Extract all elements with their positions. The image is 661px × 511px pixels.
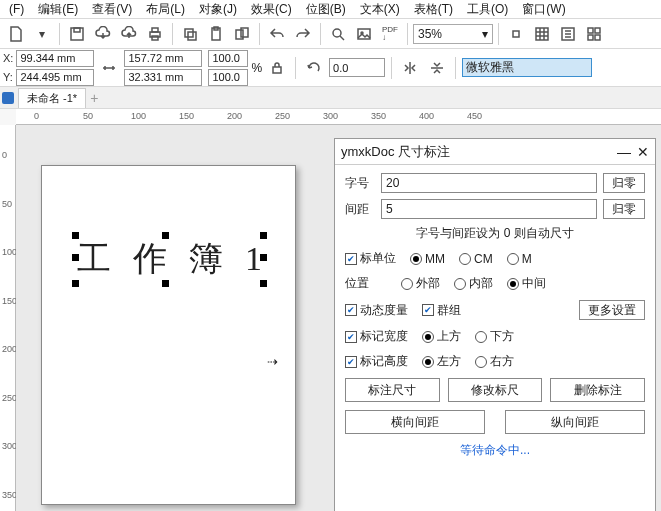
percent-label: % <box>251 61 262 75</box>
dropdown-icon[interactable]: ▾ <box>30 22 54 46</box>
height-input[interactable]: 32.331 mm <box>124 69 202 86</box>
svg-rect-14 <box>513 31 519 37</box>
menu-text[interactable]: 文本(X) <box>353 1 407 18</box>
scale-y-input[interactable]: 100.0 <box>208 69 248 86</box>
options-icon[interactable] <box>556 22 580 46</box>
lock-icon[interactable] <box>265 56 289 80</box>
app-icon[interactable] <box>582 22 606 46</box>
rotate-icon <box>302 56 326 80</box>
redo-icon[interactable] <box>291 22 315 46</box>
auto-hint: 字号与间距设为 0 则自动尺寸 <box>345 225 645 242</box>
width-top-radio[interactable]: 上方 <box>422 328 461 345</box>
fontsize-input[interactable]: 20 <box>381 173 597 193</box>
edit-ruler-button[interactable]: 修改标尺 <box>448 378 543 402</box>
x-label: X: <box>3 52 13 64</box>
doc-color-chip <box>2 92 14 104</box>
doc-tab[interactable]: 未命名 -1* <box>18 88 86 108</box>
menu-effect[interactable]: 效果(C) <box>244 1 299 18</box>
y-label: Y: <box>3 71 13 83</box>
page: 工作簿1 ⇢ <box>41 165 296 505</box>
height-left-radio[interactable]: 左方 <box>422 353 461 370</box>
size-icon <box>97 56 121 80</box>
svg-rect-6 <box>188 32 196 40</box>
fontsize-label: 字号 <box>345 175 375 192</box>
menu-view[interactable]: 查看(V) <box>85 1 139 18</box>
svg-rect-17 <box>595 28 600 33</box>
minimize-icon[interactable]: — <box>617 144 631 160</box>
grid-icon[interactable] <box>530 22 554 46</box>
add-tab[interactable]: + <box>90 90 98 106</box>
ruler-vertical: 0 50 100 150 200 250 300 350 <box>0 125 16 511</box>
height-right-radio[interactable]: 右方 <box>475 353 514 370</box>
search-icon[interactable] <box>326 22 350 46</box>
menu-edit[interactable]: 编辑(E) <box>31 1 85 18</box>
y-input[interactable]: 244.495 mm <box>16 69 94 86</box>
unit-m-radio[interactable]: M <box>507 252 532 266</box>
x-input[interactable]: 99.344 mm <box>16 50 94 67</box>
close-icon[interactable]: ✕ <box>637 144 649 160</box>
spacing-input[interactable]: 5 <box>381 199 597 219</box>
unit-mm-radio[interactable]: MM <box>410 252 445 266</box>
group-check[interactable]: ✔群组 <box>422 302 461 319</box>
mark-height-check[interactable]: ✔标记高度 <box>345 353 408 370</box>
mark-width-check[interactable]: ✔标记宽度 <box>345 328 408 345</box>
canvas[interactable]: 工作簿1 ⇢ ymxkDoc 尺寸标注 — ✕ 字号 20 <box>16 125 661 511</box>
v-spacing-button[interactable]: 纵向间距 <box>505 410 645 434</box>
menu-tools[interactable]: 工具(O) <box>460 1 515 18</box>
save-icon[interactable] <box>65 22 89 46</box>
menu-file[interactable]: (F) <box>2 2 31 16</box>
property-bar: X: 99.344 mm Y: 244.495 mm 157.72 mm 32.… <box>0 49 661 87</box>
dynamic-check[interactable]: ✔动态度量 <box>345 302 408 319</box>
svg-rect-12 <box>358 29 370 39</box>
copy-icon[interactable] <box>178 22 202 46</box>
workspace: 0 50 100 150 200 250 300 350 400 450 0 5… <box>0 109 661 511</box>
pos-outer-radio[interactable]: 外部 <box>401 275 440 292</box>
menubar: (F) 编辑(E) 查看(V) 布局(L) 对象(J) 效果(C) 位图(B) … <box>0 0 661 19</box>
font-input[interactable]: 微软雅黑 <box>462 58 592 77</box>
menu-object[interactable]: 对象(J) <box>192 1 244 18</box>
delete-annot-button[interactable]: 删除标注 <box>550 378 645 402</box>
cloud-down-icon[interactable] <box>91 22 115 46</box>
svg-rect-20 <box>273 67 281 73</box>
mark-unit-check[interactable]: ✔标单位 <box>345 250 396 267</box>
unit-cm-radio[interactable]: CM <box>459 252 493 266</box>
undo-icon[interactable] <box>265 22 289 46</box>
mirror-h-icon[interactable] <box>398 56 422 80</box>
cloud-up-icon[interactable] <box>117 22 141 46</box>
menu-table[interactable]: 表格(T) <box>407 1 460 18</box>
position-label: 位置 <box>345 275 387 292</box>
annotate-size-button[interactable]: 标注尺寸 <box>345 378 440 402</box>
menu-bitmap[interactable]: 位图(B) <box>299 1 353 18</box>
svg-rect-1 <box>74 28 80 32</box>
new-icon[interactable] <box>4 22 28 46</box>
ruler-horizontal: 0 50 100 150 200 250 300 350 400 450 <box>16 109 661 125</box>
svg-point-11 <box>333 29 341 37</box>
angle-input[interactable]: 0.0 <box>329 58 385 77</box>
zoom-combo[interactable]: 35%▾ <box>413 24 493 44</box>
svg-rect-0 <box>71 28 83 40</box>
h-spacing-button[interactable]: 横向间距 <box>345 410 485 434</box>
panel-title: ymxkDoc 尺寸标注 <box>341 143 450 161</box>
mirror-v-icon[interactable] <box>425 56 449 80</box>
image-icon[interactable] <box>352 22 376 46</box>
snap-icon[interactable] <box>504 22 528 46</box>
menu-layout[interactable]: 布局(L) <box>139 1 192 18</box>
svg-rect-4 <box>152 36 158 40</box>
svg-rect-19 <box>595 35 600 40</box>
more-settings-button[interactable]: 更多设置 <box>579 300 645 320</box>
fontsize-reset-button[interactable]: 归零 <box>603 173 645 193</box>
selected-text[interactable]: 工作簿1 <box>77 236 284 282</box>
pos-inner-radio[interactable]: 内部 <box>454 275 493 292</box>
svg-rect-16 <box>588 28 593 33</box>
width-input[interactable]: 157.72 mm <box>124 50 202 67</box>
spacing-reset-button[interactable]: 归零 <box>603 199 645 219</box>
menu-window[interactable]: 窗口(W) <box>515 1 572 18</box>
pdf-icon[interactable]: PDF↓ <box>378 22 402 46</box>
paste-icon[interactable] <box>204 22 228 46</box>
width-bottom-radio[interactable]: 下方 <box>475 328 514 345</box>
clone-icon[interactable] <box>230 22 254 46</box>
print-icon[interactable] <box>143 22 167 46</box>
svg-rect-3 <box>152 28 158 32</box>
scale-x-input[interactable]: 100.0 <box>208 50 248 67</box>
pos-middle-radio[interactable]: 中间 <box>507 275 546 292</box>
